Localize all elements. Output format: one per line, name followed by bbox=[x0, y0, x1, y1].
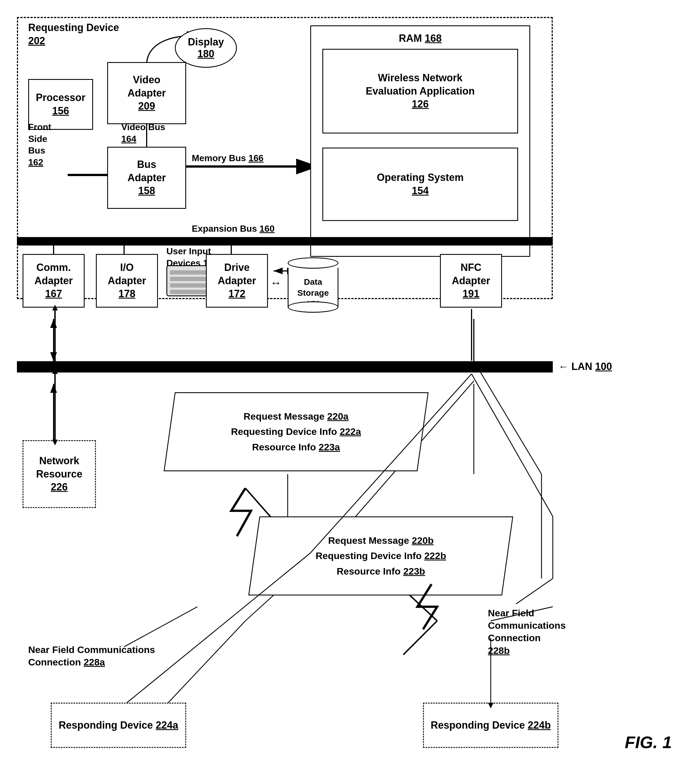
lan-bar bbox=[17, 361, 553, 373]
svg-line-18 bbox=[474, 361, 541, 474]
data-storage-container: DataStorage170 bbox=[282, 248, 344, 316]
request-message-220b: Request Message 220b Requesting Device I… bbox=[248, 516, 513, 595]
nfc-connection-228a-label: Near Field CommunicationsConnection 228a bbox=[28, 644, 155, 668]
wireless-app-box: Wireless Network Evaluation Application … bbox=[323, 49, 518, 134]
responding-device-224a-box: Responding Device 224a bbox=[51, 703, 186, 748]
request-message-220a: Request Message 220a Requesting Device I… bbox=[164, 392, 429, 471]
front-side-bus-label: FrontSideBus162 bbox=[28, 121, 51, 168]
comm-adapter-box: Comm.Adapter 167 bbox=[22, 254, 85, 307]
svg-line-40 bbox=[124, 607, 197, 647]
nfc-adapter-box: NFCAdapter 191 bbox=[440, 254, 502, 307]
network-resource-box: NetworkResource 226 bbox=[22, 440, 96, 508]
expansion-bus-label: Expansion Bus 160 bbox=[192, 223, 275, 235]
io-adapter-box: I/OAdapter 178 bbox=[96, 254, 158, 307]
svg-line-32 bbox=[472, 374, 553, 516]
expansion-bus-bar bbox=[17, 237, 553, 246]
memory-bus-label: Memory Bus 166 bbox=[192, 153, 263, 164]
drive-storage-arrow: ↔ bbox=[270, 277, 281, 289]
drive-adapter-box: DriveAdapter 172 bbox=[206, 254, 268, 307]
svg-line-34 bbox=[516, 579, 553, 604]
responding-device-224b-box: Responding Device 224b bbox=[423, 703, 559, 748]
lan-label: ← LAN 100 bbox=[559, 360, 612, 373]
figure-label: FIG. 1 bbox=[625, 733, 672, 752]
video-bus-label: Video Bus164 bbox=[121, 121, 165, 145]
video-adapter-box: VideoAdapter 209 bbox=[107, 62, 186, 124]
ram-box: RAM 168 Wireless Network Evaluation Appl… bbox=[310, 26, 530, 257]
bus-adapter-box: BusAdapter 158 bbox=[107, 147, 186, 209]
display-box: Display 180 bbox=[175, 28, 237, 68]
os-box: Operating System 154 bbox=[323, 148, 518, 221]
svg-line-24 bbox=[403, 621, 437, 655]
nfc-connection-228b-label: Near FieldCommunicationsConnection228b bbox=[488, 607, 566, 657]
